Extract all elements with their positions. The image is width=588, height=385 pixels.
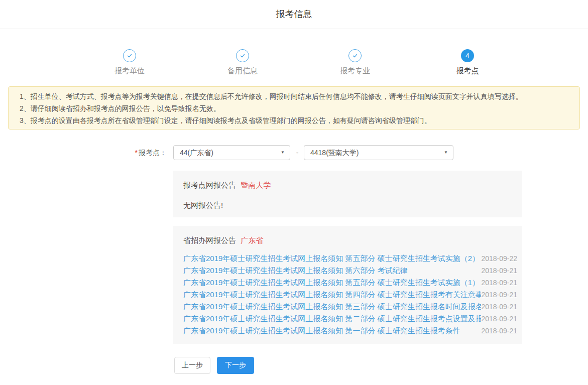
- check-icon: [126, 52, 133, 59]
- step-1-report-unit: 报考单位: [94, 48, 165, 76]
- exam-site-select-value: 4418(暨南大学): [310, 146, 359, 160]
- announcement-date: 2018-09-21: [481, 267, 517, 275]
- check-icon: [239, 52, 246, 59]
- exam-site-select[interactable]: 4418(暨南大学) ▼: [304, 145, 453, 160]
- announcement-row: 广东省2019年硕士研究生招生考试网上报名须知 第五部分 硕士研究生招生考试实施…: [183, 252, 517, 265]
- announcement-link[interactable]: 广东省2019年硕士研究生招生考试网上报名须知 第四部分 硕士研究生招生报考有关…: [183, 290, 481, 300]
- announcement-row: 广东省2019年硕士研究生招生考试网上报名须知 第六部分 考试纪律 2018-0…: [183, 265, 517, 277]
- site-panel-title-text: 报考点网报公告: [183, 181, 236, 189]
- page-title: 报考信息: [0, 0, 588, 28]
- notice-line-1: 1、招生单位、考试方式、报考点等为报考关键信息，在提交信息后不允许修改，网报时间…: [20, 90, 568, 102]
- announcement-list: 广东省2019年硕士研究生招生考试网上报名须知 第五部分 硕士研究生招生考试实施…: [183, 252, 517, 337]
- province-panel-title: 省招办网报公告 广东省: [183, 236, 263, 245]
- step-3-circle: [348, 49, 362, 62]
- notice-box: 1、招生单位、考试方式、报考点等为报考关键信息，在提交信息后不允许修改，网报时间…: [8, 86, 580, 130]
- announcement-link[interactable]: 广东省2019年硕士研究生招生考试网上报名须知 第五部分 硕士研究生招生考试实施…: [183, 278, 480, 288]
- previous-step-button[interactable]: 上一步: [174, 357, 210, 374]
- step-1-circle: [123, 49, 136, 62]
- step-2-backup-info: 备用信息: [207, 48, 278, 76]
- check-icon: [351, 52, 359, 59]
- announcement-link[interactable]: 广东省2019年硕士研究生招生考试网上报名须知 第六部分 考试纪律: [183, 266, 408, 276]
- province-select[interactable]: 44(广东省) ▼: [173, 145, 290, 160]
- announcement-link[interactable]: 广东省2019年硕士研究生招生考试网上报名须知 第一部分 硕士研究生招生报考条件: [183, 326, 460, 336]
- announcement-link[interactable]: 广东省2019年硕士研究生招生考试网上报名须知 第二部分 硕士研究生招生报考点设…: [183, 314, 481, 324]
- notice-line-3: 3、报考点的设置由各报考点所在省级管理部门设定，请仔细阅读报考点及省级管理部门的…: [20, 114, 568, 126]
- step-4-label: 报考点: [432, 66, 503, 76]
- step-2-circle: [236, 49, 249, 62]
- chevron-down-icon: ▼: [444, 146, 448, 160]
- announcement-date: 2018-09-22: [481, 254, 517, 263]
- step-3-label: 报考专业: [320, 66, 390, 76]
- announcement-row: 广东省2019年硕士研究生招生考试网上报名须知 第四部分 硕士研究生招生报考有关…: [183, 289, 517, 301]
- announcement-row: 广东省2019年硕士研究生招生考试网上报名须知 第一部分 硕士研究生招生报考条件…: [183, 325, 517, 337]
- announcement-date: 2018-09-21: [481, 327, 517, 335]
- step-4-circle: 4: [461, 49, 474, 62]
- step-wizard: 报考单位 备用信息 报考专业 4 报考点: [0, 48, 588, 79]
- announcement-date: 2018-09-21: [481, 315, 517, 323]
- announcement-row: 广东省2019年硕士研究生招生考试网上报名须知 第三部分 硕士研究生招生报名时间…: [183, 301, 517, 313]
- announcement-link[interactable]: 广东省2019年硕士研究生招生考试网上报名须知 第三部分 硕士研究生招生报名时间…: [183, 302, 481, 312]
- province-announcement-panel: 省招办网报公告 广东省 广东省2019年硕士研究生招生考试网上报名须知 第五部分…: [173, 226, 522, 344]
- notice-line-2: 2、请仔细阅读省招办和报考点的网报公告，以免导致报名无效。: [20, 102, 568, 114]
- exam-site-form-row: *报考点： 44(广东省) ▼ - 4418(暨南大学) ▼: [0, 145, 588, 160]
- step-3-major: 报考专业: [320, 48, 390, 76]
- step-4-number: 4: [465, 52, 469, 59]
- site-announcement-panel: 报考点网报公告 暨南大学 无网报公告!: [173, 171, 522, 217]
- step-4-exam-site: 4 报考点: [432, 48, 503, 76]
- exam-site-label-text: 报考点：: [139, 149, 167, 157]
- province-panel-title-text: 省招办网报公告: [183, 236, 236, 244]
- chevron-down-icon: ▼: [281, 146, 285, 160]
- site-name: 暨南大学: [241, 181, 271, 189]
- next-step-button[interactable]: 下一步: [217, 357, 254, 374]
- announcement-date: 2018-09-21: [481, 291, 517, 299]
- required-asterisk: *: [135, 149, 138, 157]
- step-1-label: 报考单位: [94, 66, 165, 76]
- select-separator: -: [293, 145, 302, 160]
- announcement-link[interactable]: 广东省2019年硕士研究生招生考试网上报名须知 第五部分 硕士研究生招生考试实施…: [183, 254, 480, 264]
- announcement-row: 广东省2019年硕士研究生招生考试网上报名须知 第二部分 硕士研究生招生报考点设…: [183, 313, 517, 325]
- announcement-date: 2018-09-21: [481, 303, 517, 311]
- province-name: 广东省: [241, 236, 263, 244]
- site-panel-title: 报考点网报公告 暨南大学: [183, 181, 271, 190]
- application-info-page: 报考信息 报考单位 备用信息: [0, 0, 588, 385]
- step-2-label: 备用信息: [207, 66, 278, 76]
- exam-site-label: *报考点：: [65, 145, 167, 160]
- announcement-date: 2018-09-21: [481, 279, 517, 287]
- page-header: 报考信息: [0, 0, 588, 29]
- province-select-value: 44(广东省): [180, 146, 213, 160]
- announcement-row: 广东省2019年硕士研究生招生考试网上报名须知 第五部分 硕士研究生招生考试实施…: [183, 277, 517, 289]
- no-announcement-text: 无网报公告!: [183, 201, 223, 210]
